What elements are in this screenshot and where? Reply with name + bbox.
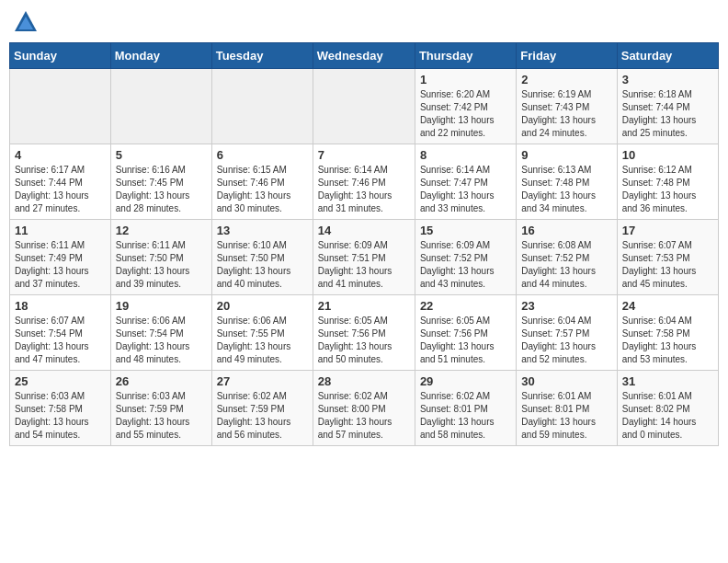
day-cell: 11Sunrise: 6:11 AM Sunset: 7:49 PM Dayli… bbox=[10, 220, 111, 295]
day-number: 5 bbox=[116, 148, 207, 162]
day-info: Sunrise: 6:04 AM Sunset: 7:58 PM Dayligh… bbox=[622, 315, 713, 366]
day-number: 3 bbox=[622, 73, 713, 86]
day-cell: 13Sunrise: 6:10 AM Sunset: 7:50 PM Dayli… bbox=[211, 220, 313, 295]
day-info: Sunrise: 6:02 AM Sunset: 7:59 PM Dayligh… bbox=[217, 390, 308, 442]
day-cell bbox=[110, 69, 211, 144]
day-info: Sunrise: 6:01 AM Sunset: 8:01 PM Dayligh… bbox=[521, 390, 611, 442]
logo-icon bbox=[13, 9, 39, 35]
day-cell: 25Sunrise: 6:03 AM Sunset: 7:58 PM Dayli… bbox=[10, 371, 111, 446]
day-cell: 5Sunrise: 6:16 AM Sunset: 7:45 PM Daylig… bbox=[110, 144, 211, 220]
day-info: Sunrise: 6:01 AM Sunset: 8:02 PM Dayligh… bbox=[622, 390, 713, 442]
day-number: 25 bbox=[15, 374, 106, 388]
day-cell: 8Sunrise: 6:14 AM Sunset: 7:47 PM Daylig… bbox=[415, 144, 516, 220]
day-cell bbox=[211, 69, 313, 144]
day-cell: 16Sunrise: 6:08 AM Sunset: 7:52 PM Dayli… bbox=[517, 220, 617, 295]
day-number: 24 bbox=[622, 299, 713, 313]
day-info: Sunrise: 6:07 AM Sunset: 7:54 PM Dayligh… bbox=[15, 315, 106, 366]
day-number: 13 bbox=[217, 224, 308, 237]
header-cell-wednesday: Wednesday bbox=[313, 43, 415, 69]
day-number: 7 bbox=[318, 148, 410, 162]
day-info: Sunrise: 6:02 AM Sunset: 8:00 PM Dayligh… bbox=[318, 390, 410, 442]
header-row: SundayMondayTuesdayWednesdayThursdayFrid… bbox=[10, 43, 719, 69]
day-number: 17 bbox=[622, 224, 713, 237]
day-number: 18 bbox=[15, 299, 106, 313]
day-info: Sunrise: 6:02 AM Sunset: 8:01 PM Dayligh… bbox=[420, 390, 511, 442]
day-cell bbox=[10, 69, 111, 144]
day-info: Sunrise: 6:16 AM Sunset: 7:45 PM Dayligh… bbox=[116, 164, 207, 215]
day-number: 8 bbox=[420, 148, 511, 162]
day-number: 1 bbox=[420, 73, 511, 86]
day-info: Sunrise: 6:12 AM Sunset: 7:48 PM Dayligh… bbox=[622, 164, 713, 215]
day-info: Sunrise: 6:20 AM Sunset: 7:42 PM Dayligh… bbox=[420, 88, 511, 140]
day-number: 29 bbox=[420, 374, 511, 388]
day-cell: 9Sunrise: 6:13 AM Sunset: 7:48 PM Daylig… bbox=[517, 144, 617, 220]
day-info: Sunrise: 6:15 AM Sunset: 7:46 PM Dayligh… bbox=[217, 164, 308, 215]
day-info: Sunrise: 6:07 AM Sunset: 7:53 PM Dayligh… bbox=[622, 239, 713, 291]
header bbox=[9, 9, 719, 35]
day-number: 31 bbox=[622, 374, 713, 388]
day-info: Sunrise: 6:17 AM Sunset: 7:44 PM Dayligh… bbox=[15, 164, 106, 215]
day-cell: 28Sunrise: 6:02 AM Sunset: 8:00 PM Dayli… bbox=[313, 371, 415, 446]
header-cell-monday: Monday bbox=[110, 43, 211, 69]
day-cell: 21Sunrise: 6:05 AM Sunset: 7:56 PM Dayli… bbox=[313, 295, 415, 371]
header-cell-sunday: Sunday bbox=[10, 43, 111, 69]
day-info: Sunrise: 6:03 AM Sunset: 7:59 PM Dayligh… bbox=[116, 390, 207, 442]
day-info: Sunrise: 6:05 AM Sunset: 7:56 PM Dayligh… bbox=[318, 315, 410, 366]
day-number: 30 bbox=[521, 374, 611, 388]
day-cell: 10Sunrise: 6:12 AM Sunset: 7:48 PM Dayli… bbox=[617, 144, 718, 220]
day-info: Sunrise: 6:11 AM Sunset: 7:49 PM Dayligh… bbox=[15, 239, 106, 291]
day-info: Sunrise: 6:13 AM Sunset: 7:48 PM Dayligh… bbox=[521, 164, 611, 215]
logo bbox=[13, 9, 40, 35]
day-info: Sunrise: 6:05 AM Sunset: 7:56 PM Dayligh… bbox=[420, 315, 511, 366]
calendar-header: SundayMondayTuesdayWednesdayThursdayFrid… bbox=[10, 43, 719, 69]
day-cell: 14Sunrise: 6:09 AM Sunset: 7:51 PM Dayli… bbox=[313, 220, 415, 295]
day-info: Sunrise: 6:14 AM Sunset: 7:46 PM Dayligh… bbox=[318, 164, 410, 215]
week-row-2: 4Sunrise: 6:17 AM Sunset: 7:44 PM Daylig… bbox=[10, 144, 719, 220]
day-info: Sunrise: 6:06 AM Sunset: 7:54 PM Dayligh… bbox=[116, 315, 207, 366]
week-row-5: 25Sunrise: 6:03 AM Sunset: 7:58 PM Dayli… bbox=[10, 371, 719, 446]
calendar-body: 1Sunrise: 6:20 AM Sunset: 7:42 PM Daylig… bbox=[10, 69, 719, 446]
day-cell: 29Sunrise: 6:02 AM Sunset: 8:01 PM Dayli… bbox=[415, 371, 516, 446]
day-number: 14 bbox=[318, 224, 410, 237]
day-cell: 31Sunrise: 6:01 AM Sunset: 8:02 PM Dayli… bbox=[617, 371, 718, 446]
day-number: 19 bbox=[116, 299, 207, 313]
day-cell: 24Sunrise: 6:04 AM Sunset: 7:58 PM Dayli… bbox=[617, 295, 718, 371]
week-row-4: 18Sunrise: 6:07 AM Sunset: 7:54 PM Dayli… bbox=[10, 295, 719, 371]
day-number: 15 bbox=[420, 224, 511, 237]
day-info: Sunrise: 6:08 AM Sunset: 7:52 PM Dayligh… bbox=[521, 239, 611, 291]
day-cell: 7Sunrise: 6:14 AM Sunset: 7:46 PM Daylig… bbox=[313, 144, 415, 220]
day-cell: 2Sunrise: 6:19 AM Sunset: 7:43 PM Daylig… bbox=[517, 69, 617, 144]
day-number: 2 bbox=[521, 73, 611, 86]
day-cell: 22Sunrise: 6:05 AM Sunset: 7:56 PM Dayli… bbox=[415, 295, 516, 371]
day-info: Sunrise: 6:09 AM Sunset: 7:51 PM Dayligh… bbox=[318, 239, 410, 291]
day-cell: 12Sunrise: 6:11 AM Sunset: 7:50 PM Dayli… bbox=[110, 220, 211, 295]
day-cell: 1Sunrise: 6:20 AM Sunset: 7:42 PM Daylig… bbox=[415, 69, 516, 144]
day-cell: 18Sunrise: 6:07 AM Sunset: 7:54 PM Dayli… bbox=[10, 295, 111, 371]
day-info: Sunrise: 6:19 AM Sunset: 7:43 PM Dayligh… bbox=[521, 88, 611, 140]
day-number: 6 bbox=[217, 148, 308, 162]
day-number: 12 bbox=[116, 224, 207, 237]
day-cell: 23Sunrise: 6:04 AM Sunset: 7:57 PM Dayli… bbox=[517, 295, 617, 371]
header-cell-thursday: Thursday bbox=[415, 43, 516, 69]
day-number: 9 bbox=[521, 148, 611, 162]
week-row-3: 11Sunrise: 6:11 AM Sunset: 7:49 PM Dayli… bbox=[10, 220, 719, 295]
day-number: 28 bbox=[318, 374, 410, 388]
calendar: SundayMondayTuesdayWednesdayThursdayFrid… bbox=[9, 42, 719, 446]
day-info: Sunrise: 6:03 AM Sunset: 7:58 PM Dayligh… bbox=[15, 390, 106, 442]
day-info: Sunrise: 6:14 AM Sunset: 7:47 PM Dayligh… bbox=[420, 164, 511, 215]
day-cell: 26Sunrise: 6:03 AM Sunset: 7:59 PM Dayli… bbox=[110, 371, 211, 446]
day-cell: 15Sunrise: 6:09 AM Sunset: 7:52 PM Dayli… bbox=[415, 220, 516, 295]
week-row-1: 1Sunrise: 6:20 AM Sunset: 7:42 PM Daylig… bbox=[10, 69, 719, 144]
day-number: 4 bbox=[15, 148, 106, 162]
day-number: 26 bbox=[116, 374, 207, 388]
day-cell bbox=[313, 69, 415, 144]
day-cell: 19Sunrise: 6:06 AM Sunset: 7:54 PM Dayli… bbox=[110, 295, 211, 371]
day-cell: 4Sunrise: 6:17 AM Sunset: 7:44 PM Daylig… bbox=[10, 144, 111, 220]
day-number: 22 bbox=[420, 299, 511, 313]
header-cell-saturday: Saturday bbox=[617, 43, 718, 69]
day-info: Sunrise: 6:11 AM Sunset: 7:50 PM Dayligh… bbox=[116, 239, 207, 291]
day-number: 16 bbox=[521, 224, 611, 237]
day-info: Sunrise: 6:10 AM Sunset: 7:50 PM Dayligh… bbox=[217, 239, 308, 291]
day-cell: 20Sunrise: 6:06 AM Sunset: 7:55 PM Dayli… bbox=[211, 295, 313, 371]
header-cell-friday: Friday bbox=[517, 43, 617, 69]
